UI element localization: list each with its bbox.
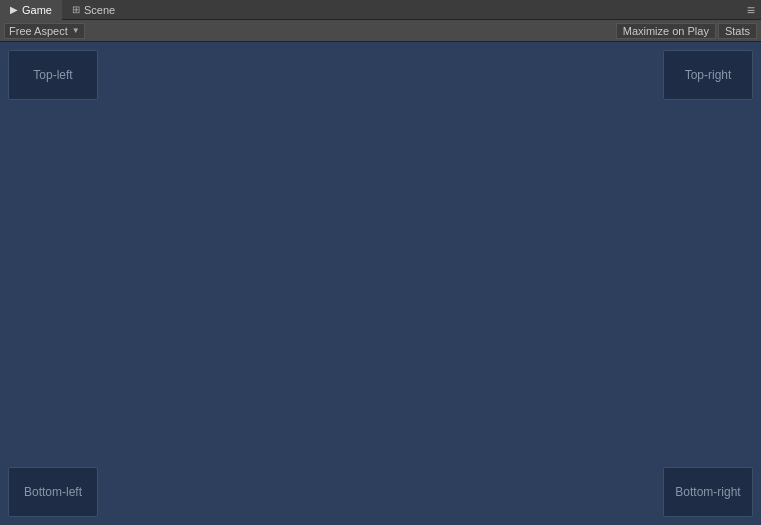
toolbar: Free Aspect ▼ Maximize on Play Stats bbox=[0, 20, 761, 42]
tab-options-button[interactable]: ≡ bbox=[747, 2, 761, 18]
tab-scene-label: Scene bbox=[84, 4, 115, 16]
aspect-label: Free Aspect bbox=[9, 25, 68, 37]
tab-bar: ▶ Game ⊞ Scene ≡ bbox=[0, 0, 761, 20]
toolbar-right: Maximize on Play Stats bbox=[616, 23, 757, 39]
tab-scene[interactable]: ⊞ Scene bbox=[62, 0, 125, 20]
maximize-on-play-button[interactable]: Maximize on Play bbox=[616, 23, 716, 39]
game-viewport: Top-left Top-right Bottom-left Bottom-ri… bbox=[0, 42, 761, 525]
stats-button[interactable]: Stats bbox=[718, 23, 757, 39]
aspect-dropdown[interactable]: Free Aspect ▼ bbox=[4, 23, 85, 39]
aspect-arrow-icon: ▼ bbox=[72, 26, 80, 35]
top-right-button[interactable]: Top-right bbox=[663, 50, 753, 100]
scene-tab-icon: ⊞ bbox=[72, 4, 80, 15]
tab-game-label: Game bbox=[22, 4, 52, 16]
top-left-button[interactable]: Top-left bbox=[8, 50, 98, 100]
bottom-right-button[interactable]: Bottom-right bbox=[663, 467, 753, 517]
bottom-left-button[interactable]: Bottom-left bbox=[8, 467, 98, 517]
tab-game[interactable]: ▶ Game bbox=[0, 0, 62, 20]
game-tab-icon: ▶ bbox=[10, 4, 18, 15]
